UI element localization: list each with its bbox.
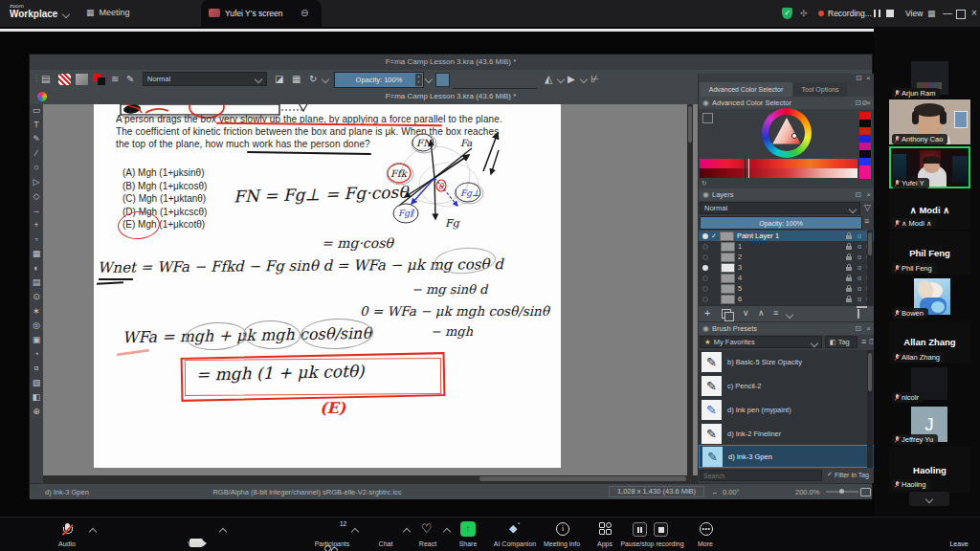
close-button[interactable]: × bbox=[968, 0, 980, 27]
share-screen-icon[interactable]: ↑ bbox=[460, 521, 476, 537]
mirror-chevron-icon[interactable] bbox=[557, 76, 565, 83]
layer-check-icon[interactable]: ✓ bbox=[711, 232, 717, 240]
video-options-chevron-icon[interactable] bbox=[219, 528, 227, 536]
stop-recording-icon[interactable] bbox=[886, 10, 894, 17]
layer-alpha-icon[interactable]: α bbox=[858, 253, 861, 260]
layers-float-icon[interactable]: ⊡ bbox=[855, 190, 861, 200]
minimize-button[interactable]: — bbox=[941, 0, 954, 27]
history-swatch[interactable] bbox=[859, 135, 871, 143]
layers-collapse-icon[interactable]: ◉ bbox=[702, 190, 709, 200]
tool-icon[interactable]: ∗ bbox=[30, 305, 43, 320]
opacity-slider[interactable]: Opacity: 100% ▴▾ bbox=[334, 72, 424, 88]
eraser-mode-icon[interactable]: ◪ bbox=[275, 73, 283, 85]
video-label[interactable]: Video bbox=[177, 540, 215, 547]
wrap-chevron-icon[interactable] bbox=[580, 76, 588, 83]
history-swatch[interactable] bbox=[859, 127, 871, 135]
maximize-button[interactable] bbox=[956, 10, 966, 19]
layer-properties-chevron-icon[interactable] bbox=[786, 311, 793, 319]
ai-companion-icon[interactable]: ◆ bbox=[509, 522, 517, 535]
brush-preset-row[interactable]: ✎ d) Ink-2 Fineliner bbox=[699, 422, 875, 445]
audio-options-chevron-icon[interactable] bbox=[89, 528, 97, 536]
docker-float-icon[interactable]: ⊡ bbox=[856, 74, 862, 83]
layer-row[interactable]: 3 α ⚙ bbox=[699, 262, 875, 273]
audio-label[interactable]: Audio bbox=[48, 540, 86, 547]
layer-visible-icon[interactable] bbox=[702, 254, 708, 260]
acs-float-icon[interactable]: ⊡ bbox=[855, 99, 861, 108]
react-chevron-icon[interactable] bbox=[443, 528, 451, 536]
layer-visible-icon[interactable] bbox=[702, 265, 708, 271]
tool-icon[interactable]: ○ bbox=[30, 162, 43, 176]
pause-recording-button[interactable] bbox=[633, 522, 647, 537]
move-layer-down-button[interactable]: ∨ bbox=[743, 308, 749, 318]
history-swatch[interactable] bbox=[859, 112, 871, 120]
tool-icon[interactable]: ✎ bbox=[30, 133, 43, 147]
layers-scrollbar[interactable] bbox=[867, 231, 873, 305]
statusbar-colorspace[interactable]: RGB/Alpha (8-bit integer/channel) sRGB-e… bbox=[145, 488, 470, 496]
move-layer-up-button[interactable]: ∧ bbox=[758, 308, 765, 318]
participants-label[interactable]: Participants bbox=[303, 540, 361, 547]
view-label[interactable]: View bbox=[905, 9, 923, 18]
layer-lock-icon[interactable] bbox=[846, 256, 852, 260]
more-icon[interactable]: ••• bbox=[700, 522, 713, 536]
add-layer-button[interactable]: + bbox=[704, 307, 710, 319]
reload-chevron-icon[interactable] bbox=[322, 76, 329, 83]
react-heart-icon[interactable]: ♡ bbox=[421, 521, 433, 536]
layer-lock-icon[interactable] bbox=[846, 288, 852, 292]
tool-icon[interactable]: + bbox=[30, 219, 43, 233]
layer-lock-icon[interactable] bbox=[846, 235, 852, 239]
brush-tag-dropdown[interactable]: ★ My Favorites bbox=[700, 336, 822, 348]
audio-settings-icon[interactable]: ✣ bbox=[800, 9, 808, 18]
vertical-scrollbar[interactable] bbox=[687, 104, 693, 475]
layer-row[interactable]: 1 α ⚙ bbox=[699, 241, 875, 252]
layer-row[interactable]: 5 α ⚙ bbox=[699, 283, 875, 294]
layer-visible-icon[interactable] bbox=[702, 276, 708, 281]
tool-icon[interactable]: ▫ bbox=[30, 233, 43, 248]
pause-recording-icon[interactable] bbox=[874, 10, 880, 17]
stop-share-icon[interactable]: ⊖ bbox=[301, 8, 308, 18]
horizontal-mirror-icon[interactable]: ◭ bbox=[545, 73, 552, 85]
no-color-icon[interactable]: ⊘ bbox=[861, 99, 868, 108]
layer-alpha-icon[interactable]: α bbox=[858, 275, 861, 281]
shade-strip-2[interactable] bbox=[700, 168, 858, 178]
save-icon[interactable]: ▤ bbox=[41, 73, 50, 85]
gradient-pattern-swatch[interactable] bbox=[58, 74, 71, 85]
tab-meeting[interactable]: ▦ Meeting bbox=[86, 8, 130, 17]
layer-visible-icon[interactable] bbox=[702, 233, 708, 239]
brush-float-icon[interactable]: ⊡ bbox=[855, 324, 861, 334]
delete-layer-button[interactable] bbox=[858, 309, 859, 319]
layer-alpha-icon[interactable]: α bbox=[858, 232, 861, 239]
chat-chevron-icon[interactable] bbox=[403, 528, 411, 536]
layer-properties-button[interactable]: ≡ bbox=[773, 308, 778, 318]
tab-shared-screen[interactable]: Yufei Y's screen ⊖ bbox=[201, 0, 322, 27]
filter-in-tag-checkbox[interactable]: ✓ Filter in Tag bbox=[827, 471, 869, 478]
history-swatch[interactable] bbox=[859, 120, 871, 127]
duplicate-layer-button[interactable] bbox=[722, 309, 731, 319]
audio-muted-icon[interactable] bbox=[62, 523, 72, 537]
statusbar-zoom[interactable]: 200.0% bbox=[795, 488, 819, 496]
brush-preset-row[interactable]: ✎ c) Pencil-2 bbox=[699, 374, 875, 397]
tag-button[interactable]: ◧ Tag bbox=[825, 336, 858, 348]
security-shield-icon[interactable]: ✓ bbox=[782, 8, 792, 19]
history-swatch[interactable] bbox=[859, 165, 871, 179]
vertical-scrollbar-thumb[interactable] bbox=[688, 106, 692, 143]
horizontal-scrollbar-thumb[interactable] bbox=[479, 476, 686, 481]
opacity-spinner[interactable]: ▴▾ bbox=[415, 74, 422, 86]
fit-screen-icon[interactable] bbox=[860, 488, 871, 496]
view-layout-icon[interactable]: ▦ bbox=[927, 9, 936, 18]
docker-close-icon[interactable]: × bbox=[866, 74, 871, 83]
layer-alpha-icon[interactable]: α bbox=[858, 264, 861, 271]
brush-view-menu-icon[interactable]: ≡ bbox=[861, 337, 866, 346]
layer-alpha-icon[interactable]: α bbox=[858, 296, 861, 302]
statusbar-angle[interactable]: 0.00° bbox=[723, 488, 740, 496]
layer-row[interactable]: 4 α ⚙ bbox=[699, 273, 875, 283]
layer-alpha-icon[interactable]: α bbox=[858, 243, 861, 250]
more-label[interactable]: More bbox=[686, 540, 724, 547]
history-swatch[interactable] bbox=[859, 150, 871, 158]
tool-icon[interactable]: ◎ bbox=[30, 320, 43, 334]
history-swatch[interactable] bbox=[859, 143, 871, 150]
more-participants-button[interactable] bbox=[909, 492, 949, 506]
brush-color-swatch[interactable] bbox=[435, 73, 450, 87]
layer-visible-icon[interactable] bbox=[702, 286, 708, 292]
layers-blend-dropdown[interactable]: Normal bbox=[700, 202, 860, 214]
crop-tool-icon[interactable]: ⊬ bbox=[590, 73, 599, 85]
